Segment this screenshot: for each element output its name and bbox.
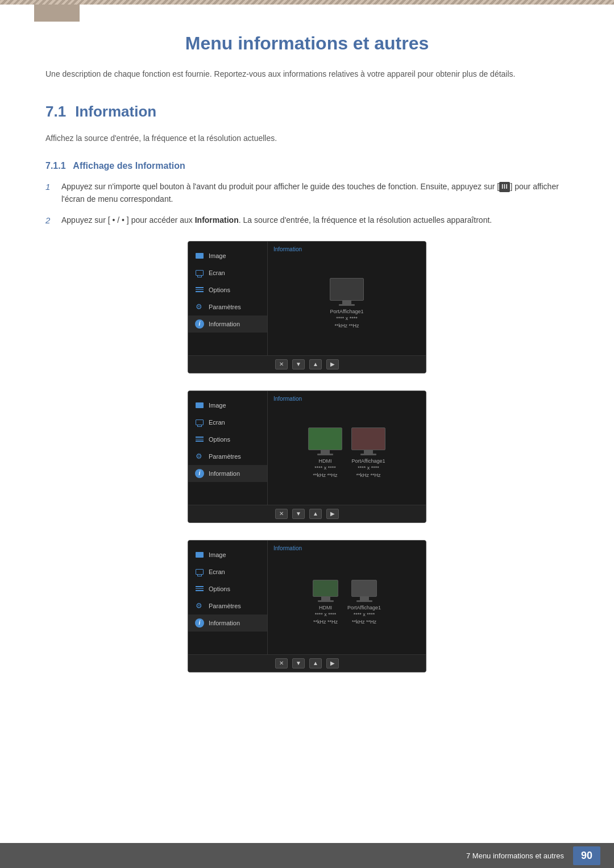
monitor-stand-2a xyxy=(321,450,330,454)
screen-mockup-3: Image Ecran Options xyxy=(188,540,426,672)
monitor-label-1: PortAffichage1**** x ******kHz **Hz xyxy=(330,308,364,330)
menu-label-options-1: Options xyxy=(209,286,230,293)
info-panel-2: Information HDMI**** x ******kHz **Hz xyxy=(268,391,426,505)
step-1-number: 1 xyxy=(45,180,55,206)
monitor-stand-3a xyxy=(321,597,330,600)
page-footer: 7 Menu informations et autres 90 xyxy=(0,843,614,868)
monitor-screen-2a xyxy=(308,427,342,450)
screen-body-3: Image Ecran Options xyxy=(188,541,426,654)
screen-mockup-2: Image Ecran Options xyxy=(188,391,426,523)
info-icon-2: i xyxy=(195,469,204,478)
section-71-heading: 7.1 Information xyxy=(45,103,569,121)
screen-body-1: Image Ecran Options xyxy=(188,242,426,355)
subsection-711-label: Affichage des Information xyxy=(73,161,185,171)
mockups-container: Image Ecran Options xyxy=(45,241,569,672)
section-71-desc: Affichez la source d'entrée, la fréquenc… xyxy=(45,132,569,144)
menu-label-options-2: Options xyxy=(209,436,230,443)
monitor-base-1 xyxy=(339,304,355,306)
toolbar-btn-play-2[interactable]: ▶ xyxy=(326,509,339,519)
menu-label-ecran-1: Ecran xyxy=(209,269,225,276)
subsection-711-heading: 7.1.1 Affichage des Information xyxy=(45,161,569,171)
menu-label-image-2: Image xyxy=(209,402,226,409)
monitor-base-2b xyxy=(360,454,376,455)
menu-label-parametres-2: Paramètres xyxy=(209,453,241,460)
monitor-wrapper-2b: PortAffichage1**** x ******kHz **Hz xyxy=(351,427,385,479)
monitor-stand-3b xyxy=(360,597,369,600)
options-icon-2 xyxy=(195,435,204,444)
menu-panel-3: Image Ecran Options xyxy=(188,541,268,654)
options-icon xyxy=(195,285,204,294)
menu-label-information-3: Information xyxy=(209,620,240,626)
toolbar-btn-down-1[interactable]: ▼ xyxy=(292,359,305,369)
display-icon-3 xyxy=(195,567,204,576)
step-2-highlight: Information xyxy=(195,215,239,225)
info-icon: i xyxy=(195,319,204,329)
footer-page-number: 90 xyxy=(573,846,600,865)
subsection-711-num: 7.1.1 xyxy=(45,161,66,171)
info-title-1: Information xyxy=(273,246,302,252)
monitor-area-3: HDMI**** x ******kHz **Hz PortAffichage1… xyxy=(273,556,420,650)
toolbar-btn-x-3[interactable]: ✕ xyxy=(275,658,288,668)
menu-item-image-1: Image xyxy=(188,247,267,264)
menu-item-parametres-1: Paramètres xyxy=(188,298,267,315)
monitor-area-2: HDMI**** x ******kHz **Hz PortAffichage1… xyxy=(273,406,420,500)
monitor-stand-2b xyxy=(364,450,373,454)
menu-item-parametres-2: Paramètres xyxy=(188,448,267,465)
menu-icon-inline: III xyxy=(499,182,510,192)
top-left-accent-rect xyxy=(34,5,80,22)
toolbar-btn-down-3[interactable]: ▼ xyxy=(292,658,305,668)
monitor-label-3b: PortAffichage1**** x ******kHz **Hz xyxy=(347,604,381,626)
menu-item-options-3: Options xyxy=(188,580,267,597)
monitor-area-1: PortAffichage1**** x ******kHz **Hz xyxy=(273,257,420,351)
monitor-wrapper-3a: HDMI**** x ******kHz **Hz xyxy=(313,580,338,626)
menu-label-ecran-3: Ecran xyxy=(209,568,225,575)
options-icon-3 xyxy=(195,584,204,593)
menu-label-image-1: Image xyxy=(209,252,226,259)
toolbar-btn-up-1[interactable]: ▲ xyxy=(309,359,322,369)
menu-label-ecran-2: Ecran xyxy=(209,419,225,426)
info-title-3: Information xyxy=(273,545,302,551)
step-1-text: Appuyez sur n'importe quel bouton à l'av… xyxy=(61,180,569,206)
menu-item-image-2: Image xyxy=(188,397,267,414)
toolbar-btn-play-3[interactable]: ▶ xyxy=(326,658,339,668)
info-panel-1: Information PortAffichage1**** x ******k… xyxy=(268,242,426,355)
settings-icon-3 xyxy=(195,601,204,610)
menu-label-information-2: Information xyxy=(209,470,240,477)
monitor-base-3b xyxy=(356,600,372,602)
menu-item-ecran-1: Ecran xyxy=(188,264,267,281)
settings-icon xyxy=(195,302,204,312)
toolbar-2: ✕ ▼ ▲ ▶ xyxy=(188,505,426,522)
step-1: 1 Appuyez sur n'importe quel bouton à l'… xyxy=(45,180,569,206)
step-2-number: 2 xyxy=(45,214,55,227)
intro-paragraph: Une description de chaque fonction est f… xyxy=(45,68,569,80)
toolbar-btn-x-2[interactable]: ✕ xyxy=(275,509,288,519)
menu-item-parametres-3: Paramètres xyxy=(188,597,267,614)
monitor-wrapper-1: PortAffichage1**** x ******kHz **Hz xyxy=(330,278,364,330)
monitor-screen-3b xyxy=(351,580,377,597)
info-icon-3: i xyxy=(195,618,204,628)
monitor-base-2a xyxy=(317,454,333,455)
display-icon-2 xyxy=(195,418,204,427)
toolbar-btn-play-1[interactable]: ▶ xyxy=(326,359,339,369)
settings-icon-2 xyxy=(195,452,204,461)
menu-item-options-1: Options xyxy=(188,281,267,298)
toolbar-btn-up-2[interactable]: ▲ xyxy=(309,509,322,519)
menu-label-information-1: Information xyxy=(209,321,240,327)
section-71-label: Information xyxy=(75,103,156,121)
monitor-wrapper-2a: HDMI**** x ******kHz **Hz xyxy=(308,427,342,479)
menu-item-options-2: Options xyxy=(188,431,267,448)
toolbar-btn-down-2[interactable]: ▼ xyxy=(292,509,305,519)
toolbar-3: ✕ ▼ ▲ ▶ xyxy=(188,654,426,672)
menu-item-information-3: i Information xyxy=(188,614,267,632)
monitor-base-3a xyxy=(318,600,334,602)
section-71-num: 7.1 xyxy=(45,103,66,121)
image-icon-3 xyxy=(195,550,204,559)
monitor-stand-1 xyxy=(342,301,351,304)
footer-chapter-text: 7 Menu informations et autres xyxy=(466,852,564,860)
monitor-screen-3a xyxy=(313,580,338,597)
toolbar-btn-up-3[interactable]: ▲ xyxy=(309,658,322,668)
monitor-label-2b: PortAffichage1**** x ******kHz **Hz xyxy=(352,458,385,479)
menu-item-image-3: Image xyxy=(188,546,267,563)
toolbar-btn-x-1[interactable]: ✕ xyxy=(275,359,288,369)
menu-label-parametres-1: Paramètres xyxy=(209,304,241,310)
